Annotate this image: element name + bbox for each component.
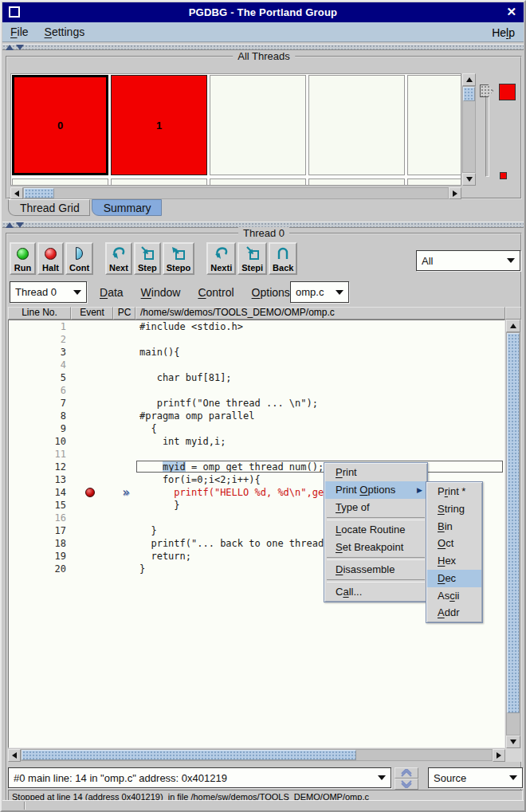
thread-cell[interactable] <box>407 75 461 175</box>
scroll-up-icon[interactable] <box>462 73 476 86</box>
line-number[interactable]: 19 <box>9 550 66 563</box>
zoom-slider-thumb[interactable] <box>480 84 493 97</box>
submenu-item[interactable]: Ascii <box>427 587 481 605</box>
window-menu-icon[interactable] <box>9 6 20 18</box>
thread-cell[interactable] <box>308 75 405 175</box>
line-number[interactable]: 12 <box>9 461 66 473</box>
line-number[interactable]: 11 <box>9 448 66 461</box>
context-menu-item[interactable] <box>327 517 425 520</box>
scrollbar-thumb[interactable] <box>463 87 475 101</box>
line-number[interactable]: 14 <box>9 486 66 499</box>
code-text[interactable]: main(){ <box>138 346 504 359</box>
stepi-button[interactable]: Stepi <box>237 242 267 275</box>
breakpoint-icon[interactable] <box>85 488 95 497</box>
event-cell[interactable] <box>66 486 114 499</box>
menu-item-help[interactable]: Help <box>487 25 520 41</box>
frame-up-button[interactable] <box>394 767 418 779</box>
line-number[interactable]: 9 <box>9 422 66 435</box>
source-vertical-scrollbar[interactable] <box>505 320 521 748</box>
step-button[interactable]: Step <box>134 242 161 275</box>
event-cell[interactable] <box>66 563 114 575</box>
nexti-button[interactable]: Nexti <box>206 242 236 275</box>
submenu-item[interactable]: Print * <box>427 483 481 500</box>
scroll-down-icon[interactable] <box>462 173 476 186</box>
line-number[interactable]: 4 <box>9 359 66 371</box>
event-cell[interactable] <box>66 320 114 333</box>
stepo-button[interactable]: Stepo <box>163 242 195 275</box>
line-number[interactable]: 6 <box>9 384 66 397</box>
source-horizontal-scrollbar[interactable] <box>8 748 505 762</box>
event-cell[interactable] <box>66 473 114 486</box>
code-text[interactable]: printf("One thread ... \n"); <box>138 397 504 410</box>
grid-vertical-scrollbar[interactable] <box>462 73 476 186</box>
selected-token[interactable]: myid <box>163 461 186 473</box>
cont-button[interactable]: Cont <box>65 242 93 275</box>
code-text[interactable]: #pragma omp parallel <box>138 410 504 422</box>
event-cell[interactable] <box>66 410 114 422</box>
source-line[interactable]: 7 printf("One thread ... \n"); <box>9 397 504 410</box>
code-text[interactable] <box>138 333 504 346</box>
event-cell[interactable] <box>66 346 114 359</box>
view-mode-select[interactable]: Source <box>428 767 523 788</box>
source-line[interactable]: 6 <box>9 384 504 397</box>
thread-select[interactable]: Thread 0 <box>10 281 87 303</box>
context-menu-item[interactable]: Set Breakpoint <box>325 539 426 556</box>
thread-cell[interactable]: 0 <box>12 75 108 175</box>
event-cell[interactable] <box>66 537 114 550</box>
line-number[interactable]: 16 <box>9 512 66 524</box>
context-menu-item[interactable] <box>327 557 425 560</box>
panel-menu-item[interactable]: Control <box>189 283 242 302</box>
panel-menu-item[interactable]: Data <box>91 283 132 302</box>
line-number[interactable]: 7 <box>9 397 66 410</box>
frame-down-button[interactable] <box>394 779 418 790</box>
thread-cell[interactable]: 1 <box>111 75 207 175</box>
code-text[interactable]: int myid,i; <box>138 435 504 448</box>
collapse-down-icon[interactable] <box>16 222 24 228</box>
event-cell[interactable] <box>66 422 114 435</box>
thread-cell[interactable] <box>210 75 306 175</box>
source-line[interactable]: 1 #include <stdio.h> <box>9 320 504 333</box>
splitter-handle[interactable] <box>2 44 524 50</box>
collapse-up-icon[interactable] <box>6 222 14 228</box>
scroll-left-icon[interactable] <box>10 187 23 199</box>
source-line[interactable]: 8 #pragma omp parallel <box>9 410 504 422</box>
line-number[interactable]: 1 <box>9 320 66 333</box>
close-icon[interactable]: ✕ <box>506 5 516 19</box>
context-menu-item[interactable]: Print <box>325 464 426 481</box>
submenu-item[interactable]: Dec <box>427 570 481 587</box>
source-line[interactable]: 2 <box>9 333 504 346</box>
column-header-line[interactable]: Line No. <box>8 307 71 320</box>
column-header-path[interactable]: /home/sw/demos/TOOLS_DEMO/OMP/omp.c <box>135 307 505 320</box>
column-header-pc[interactable]: PC <box>113 307 135 320</box>
context-menu-item[interactable]: Locate Routine <box>325 521 426 539</box>
source-line[interactable]: 4 <box>9 359 504 371</box>
event-cell[interactable] <box>66 461 114 473</box>
file-select[interactable]: omp.c <box>290 281 349 303</box>
event-cell[interactable] <box>66 397 114 410</box>
grid-horizontal-scrollbar[interactable] <box>10 187 461 199</box>
context-menu-item[interactable]: Call... <box>325 583 426 601</box>
panel-menu-item[interactable]: Window <box>132 283 190 302</box>
tab[interactable]: Thread Grid <box>8 199 90 216</box>
zoom-slider-track[interactable] <box>485 88 489 177</box>
line-number[interactable]: 8 <box>9 410 66 422</box>
source-line[interactable]: 5 char buf[81]; <box>9 371 504 384</box>
event-cell[interactable] <box>66 333 114 346</box>
code-text[interactable] <box>138 384 504 397</box>
event-cell[interactable] <box>66 524 114 537</box>
source-line[interactable]: 12 myid = omp_get_thread_num(); <box>9 461 504 473</box>
event-cell[interactable] <box>66 384 114 397</box>
code-text[interactable]: #include <stdio.h> <box>138 320 504 333</box>
scope-select[interactable]: All <box>416 250 520 271</box>
scrollbar-thumb[interactable] <box>507 333 520 713</box>
scrollbar-thumb[interactable] <box>22 750 356 760</box>
context-menu-item[interactable] <box>327 579 425 583</box>
event-cell[interactable] <box>66 359 114 371</box>
submenu-item[interactable]: Hex <box>427 552 481 570</box>
next-button[interactable]: Next <box>105 242 132 275</box>
event-cell[interactable] <box>66 435 114 448</box>
scroll-up-icon[interactable] <box>506 320 520 332</box>
source-line[interactable]: 11 <box>9 448 504 461</box>
line-number[interactable]: 15 <box>9 499 66 512</box>
run-button[interactable]: Run <box>10 242 36 275</box>
